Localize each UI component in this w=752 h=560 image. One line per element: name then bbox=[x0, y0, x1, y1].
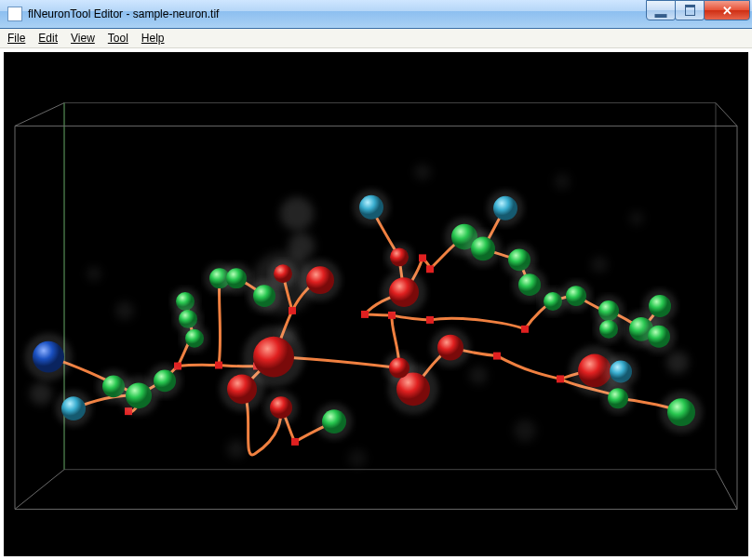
svg-point-7 bbox=[629, 211, 644, 226]
svg-rect-37 bbox=[426, 265, 434, 273]
node-sphere[interactable] bbox=[154, 369, 176, 392]
viewport-3d[interactable] bbox=[4, 52, 748, 556]
node-sphere[interactable] bbox=[599, 320, 618, 339]
node-sphere[interactable] bbox=[544, 292, 562, 311]
svg-line-22 bbox=[15, 470, 64, 510]
svg-point-6 bbox=[554, 173, 571, 190]
node-sphere[interactable] bbox=[226, 268, 247, 288]
svg-rect-36 bbox=[419, 254, 426, 261]
menubar: File Edit View Tool Help bbox=[0, 29, 752, 48]
node-sphere[interactable] bbox=[493, 196, 517, 220]
node-sphere[interactable] bbox=[227, 374, 257, 404]
node-sphere[interactable] bbox=[185, 329, 204, 348]
menu-file[interactable]: File bbox=[7, 32, 25, 45]
node-sphere[interactable] bbox=[648, 326, 670, 348]
svg-point-12 bbox=[469, 367, 488, 385]
svg-rect-32 bbox=[289, 307, 296, 314]
node-sphere[interactable] bbox=[667, 398, 695, 426]
node-sphere[interactable] bbox=[610, 361, 632, 383]
node-sphere[interactable] bbox=[508, 248, 530, 271]
minimize-icon: ▬ bbox=[655, 7, 667, 20]
svg-point-14 bbox=[348, 449, 367, 468]
neuron-traces bbox=[48, 207, 681, 455]
node-sphere[interactable] bbox=[126, 382, 152, 408]
menu-help[interactable]: Help bbox=[141, 32, 165, 45]
node-sphere[interactable] bbox=[566, 286, 586, 306]
node-sphere[interactable] bbox=[518, 273, 541, 296]
app-icon bbox=[7, 7, 22, 21]
svg-point-1 bbox=[280, 197, 314, 231]
node-sphere[interactable] bbox=[322, 409, 346, 433]
window-controls: ▬ ✕ bbox=[647, 0, 750, 20]
node-sphere[interactable] bbox=[253, 337, 294, 378]
svg-point-9 bbox=[514, 420, 536, 442]
node-sphere[interactable] bbox=[390, 247, 409, 266]
svg-rect-35 bbox=[388, 312, 396, 319]
node-sphere[interactable] bbox=[649, 295, 671, 317]
svg-rect-34 bbox=[361, 311, 369, 318]
svg-point-8 bbox=[30, 382, 52, 405]
svg-point-10 bbox=[666, 352, 689, 374]
minimize-button[interactable]: ▬ bbox=[646, 0, 676, 20]
svg-rect-30 bbox=[215, 362, 222, 369]
svg-point-11 bbox=[87, 266, 101, 281]
svg-point-2 bbox=[289, 233, 315, 260]
node-sphere[interactable] bbox=[306, 266, 334, 294]
viewport-container bbox=[0, 48, 752, 560]
node-sphere[interactable] bbox=[274, 264, 292, 283]
node-sphere[interactable] bbox=[61, 396, 86, 420]
node-sphere[interactable] bbox=[389, 358, 410, 379]
scene-svg bbox=[4, 52, 748, 556]
svg-rect-33 bbox=[291, 438, 299, 446]
node-sphere[interactable] bbox=[359, 195, 383, 220]
menu-view[interactable]: View bbox=[71, 32, 95, 45]
svg-point-13 bbox=[227, 440, 246, 459]
titlebar[interactable]: flNeuronTool Editor - sample-neuron.tif … bbox=[0, 0, 752, 29]
svg-rect-39 bbox=[493, 353, 501, 360]
node-sphere[interactable] bbox=[471, 237, 495, 261]
window-title: flNeuronTool Editor - sample-neuron.tif bbox=[28, 0, 219, 28]
close-icon: ✕ bbox=[722, 5, 732, 17]
node-sphere[interactable] bbox=[253, 285, 275, 307]
svg-point-4 bbox=[115, 301, 134, 320]
maximize-icon bbox=[685, 5, 695, 16]
svg-line-20 bbox=[15, 103, 64, 127]
svg-rect-41 bbox=[557, 375, 564, 382]
menu-edit[interactable]: Edit bbox=[38, 32, 58, 45]
svg-line-21 bbox=[716, 103, 737, 127]
svg-rect-40 bbox=[521, 326, 529, 333]
node-sphere[interactable] bbox=[437, 335, 463, 361]
close-button[interactable]: ✕ bbox=[704, 0, 750, 20]
svg-rect-38 bbox=[426, 316, 434, 324]
node-sphere[interactable] bbox=[389, 277, 419, 307]
node-sphere[interactable] bbox=[608, 388, 628, 408]
svg-point-15 bbox=[591, 256, 608, 273]
menu-tool[interactable]: Tool bbox=[108, 32, 128, 45]
node-sphere[interactable] bbox=[270, 396, 292, 419]
svg-line-23 bbox=[716, 470, 737, 510]
maximize-button[interactable] bbox=[675, 0, 705, 20]
app-window: flNeuronTool Editor - sample-neuron.tif … bbox=[0, 0, 752, 560]
svg-point-5 bbox=[414, 164, 431, 180]
node-sphere[interactable] bbox=[33, 341, 64, 373]
